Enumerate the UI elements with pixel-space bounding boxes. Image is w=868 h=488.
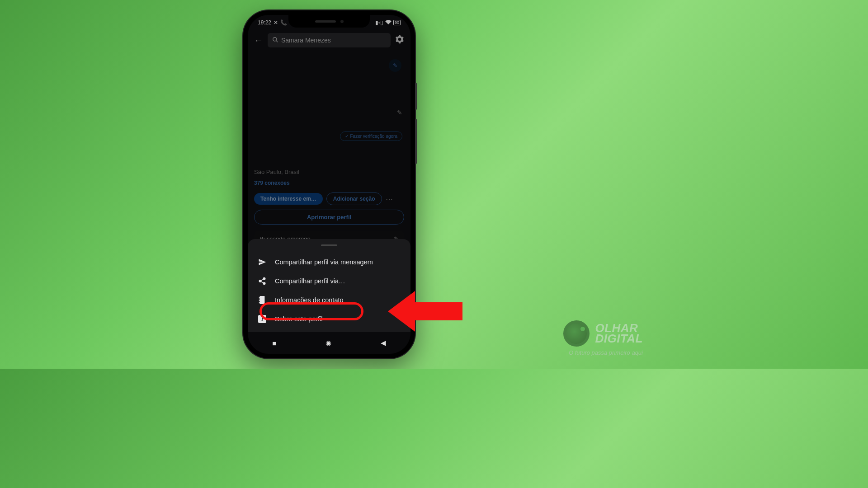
verify-label: Fazer verificação agora <box>350 134 398 139</box>
svg-rect-8 <box>259 297 260 299</box>
svg-rect-9 <box>259 300 260 301</box>
more-button[interactable]: ⋯ <box>386 195 393 203</box>
profile-info: ✎ ✓ Fazer verificação agora <box>254 95 404 131</box>
search-input[interactable]: Samara Menezes <box>268 33 391 47</box>
verify-icon: ✓ <box>345 134 349 139</box>
svg-rect-10 <box>259 302 260 304</box>
interest-button[interactable]: Tenho interesse em… <box>254 193 323 205</box>
nav-home[interactable]: ◉ <box>326 339 331 347</box>
menu-share-via[interactable]: Compartilhar perfil via… <box>248 272 410 291</box>
dnd-icon: ✕ <box>274 19 278 26</box>
status-time: 19:22 <box>258 19 271 26</box>
bottom-sheet: Compartilhar perfil via mensagem Compart… <box>248 239 410 332</box>
search-icon <box>272 37 278 44</box>
settings-button[interactable] <box>395 35 404 46</box>
menu-share-message[interactable]: Compartilhar perfil via mensagem <box>248 253 410 272</box>
location-text: São Paulo, Brasil <box>254 169 404 175</box>
brand-logo: OLHAR DIGITAL O futuro passa primeiro aq… <box>563 320 643 356</box>
verify-chip[interactable]: ✓ Fazer verificação agora <box>340 131 403 141</box>
info-icon: i <box>258 315 267 323</box>
brand-mark <box>563 320 590 347</box>
signal-icon: ▮◦▯ <box>375 19 383 26</box>
svg-line-5 <box>261 279 263 281</box>
send-icon <box>258 258 267 266</box>
svg-line-6 <box>261 282 263 283</box>
svg-point-4 <box>263 282 265 285</box>
edit-cover-button[interactable]: ✎ <box>389 59 401 72</box>
nav-recent[interactable]: ■ <box>272 339 276 347</box>
menu-label: Compartilhar perfil via… <box>275 277 345 285</box>
menu-contact-info[interactable]: Informações de contato <box>248 291 410 310</box>
phone-frame: 19:22 ✕ 📞 ▮◦▯ 90 ← <box>243 10 415 358</box>
menu-label: Sobre este perfil <box>275 315 323 323</box>
svg-rect-7 <box>260 296 265 304</box>
add-section-button[interactable]: Adicionar seção <box>326 192 382 205</box>
wifi-icon <box>385 19 392 26</box>
svg-point-0 <box>273 37 277 41</box>
action-row: Tenho interesse em… Adicionar seção ⋯ <box>254 192 404 205</box>
phone-screen: 19:22 ✕ 📞 ▮◦▯ 90 ← <box>248 15 410 354</box>
improve-profile-button[interactable]: Aprimorar perfil <box>254 210 404 225</box>
svg-point-3 <box>259 280 261 282</box>
phone-side-button <box>415 83 417 110</box>
phone-side-button <box>415 119 417 164</box>
menu-label: Informações de contato <box>275 296 344 304</box>
cover-area: ✎ <box>254 50 404 95</box>
svg-point-2 <box>263 278 265 280</box>
android-nav-bar: ■ ◉ ◀ <box>248 332 410 354</box>
svg-line-1 <box>276 40 278 42</box>
phone-icon: 📞 <box>280 19 287 26</box>
edit-profile-button[interactable]: ✎ <box>397 109 402 116</box>
search-text: Samara Menezes <box>281 37 331 44</box>
connections-link[interactable]: 379 conexões <box>254 180 404 186</box>
menu-about-profile[interactable]: i Sobre este perfil <box>248 310 410 328</box>
phone-mockup: 19:22 ✕ 📞 ▮◦▯ 90 ← <box>243 10 415 358</box>
menu-label: Compartilhar perfil via mensagem <box>275 258 373 266</box>
app-header: ← Samara Menezes <box>248 30 410 50</box>
battery-icon: 90 <box>393 20 401 25</box>
share-icon <box>258 277 267 285</box>
back-button[interactable]: ← <box>254 35 263 46</box>
brand-tagline: O futuro passa primeiro aqui <box>569 349 643 356</box>
sheet-handle[interactable] <box>321 244 337 246</box>
nav-back[interactable]: ◀ <box>381 339 386 347</box>
brand-wordmark: OLHAR DIGITAL <box>595 323 643 344</box>
book-icon <box>258 296 267 304</box>
notch <box>288 15 370 28</box>
